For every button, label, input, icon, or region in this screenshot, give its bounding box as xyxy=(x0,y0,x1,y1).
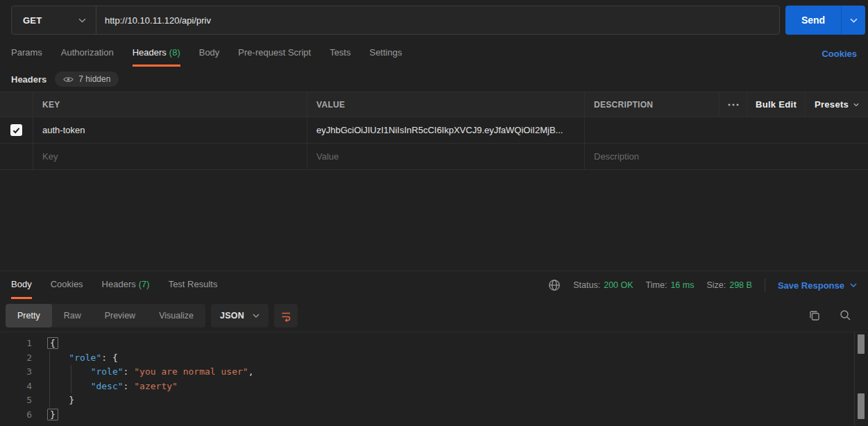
url-control: GET xyxy=(11,6,780,35)
indent-guide xyxy=(71,365,71,393)
code-line: 3 "role": "you are normal user", xyxy=(0,365,868,380)
checkmark-icon xyxy=(12,127,20,134)
line-number: 3 xyxy=(0,365,32,380)
view-mode-pretty[interactable]: Pretty xyxy=(6,304,52,327)
more-options-icon xyxy=(728,103,739,106)
view-mode-visualize[interactable]: Visualize xyxy=(147,304,205,327)
tab-settings[interactable]: Settings xyxy=(369,40,402,67)
tab-headers[interactable]: Headers (8) xyxy=(133,40,180,67)
line-number: 2 xyxy=(0,351,32,366)
size-indicator: Size: 298 B xyxy=(706,280,751,290)
new-value-input[interactable]: Value xyxy=(307,144,585,169)
search-response-button[interactable] xyxy=(840,309,851,321)
format-dropdown[interactable]: JSON xyxy=(211,304,269,327)
chevron-down-icon xyxy=(850,18,858,23)
code-line: 1 { xyxy=(0,336,868,351)
response-meta: Status: 200 OK Time: 16 ms Size: 298 B S… xyxy=(548,271,857,299)
headers-section-title: Headers xyxy=(11,74,46,85)
new-description-input[interactable]: Description xyxy=(585,144,868,169)
line-number: 5 xyxy=(0,393,32,408)
row-checkbox-cell xyxy=(0,117,33,143)
indent-guide xyxy=(49,351,50,408)
fold-marker[interactable]: { xyxy=(47,337,58,349)
status-indicator: Status: 200 OK xyxy=(573,280,633,290)
tab-pre-request-script[interactable]: Pre-request Script xyxy=(238,40,311,67)
headers-label-row: Headers 7 hidden xyxy=(0,67,868,92)
code-line: 6 } xyxy=(0,408,868,423)
column-description: DESCRIPTION xyxy=(585,92,720,117)
response-tab-body[interactable]: Body xyxy=(11,271,32,299)
row-checkbox-cell xyxy=(0,144,33,169)
code-line: 5 } xyxy=(0,393,868,408)
tab-params[interactable]: Params xyxy=(11,40,42,67)
status-badge: 200 OK xyxy=(604,280,633,290)
view-mode-segmented-control: Pretty Raw Preview Visualize xyxy=(6,304,205,327)
response-section: Body Cookies Headers (7) Test Results St… xyxy=(0,271,868,426)
wrap-text-button[interactable] xyxy=(274,304,298,327)
request-bar: GET Send xyxy=(0,0,868,40)
chevron-down-icon xyxy=(253,314,259,318)
fold-marker[interactable]: } xyxy=(47,409,58,420)
chevron-down-icon xyxy=(78,18,86,23)
response-view-bar: Pretty Raw Preview Visualize JSON xyxy=(0,299,868,332)
send-button-label[interactable]: Send xyxy=(785,6,841,35)
response-tabs: Body Cookies Headers (7) Test Results St… xyxy=(0,271,868,299)
search-icon xyxy=(840,309,851,321)
save-response-dropdown[interactable]: Save Response xyxy=(778,280,857,291)
time-indicator: Time: 16 ms xyxy=(646,280,695,290)
copy-response-button[interactable] xyxy=(808,309,821,322)
code-line: 4 "desc": "azerty" xyxy=(0,380,868,394)
line-number: 6 xyxy=(0,408,32,423)
empty-area xyxy=(0,170,868,271)
request-tabs: Params Authorization Headers (8) Body Pr… xyxy=(0,40,868,67)
more-actions-button[interactable] xyxy=(720,92,747,117)
line-number: 4 xyxy=(0,380,32,394)
view-bar-actions xyxy=(808,309,857,322)
send-button[interactable]: Send xyxy=(785,6,865,35)
method-dropdown[interactable]: GET xyxy=(12,6,96,34)
tab-body[interactable]: Body xyxy=(199,40,220,67)
bulk-edit-button[interactable]: Bulk Edit xyxy=(747,92,806,117)
response-tab-headers[interactable]: Headers (7) xyxy=(102,271,150,299)
view-mode-preview[interactable]: Preview xyxy=(93,304,147,327)
url-input[interactable] xyxy=(96,6,779,34)
eye-icon xyxy=(63,76,74,83)
response-body-code[interactable]: 1 { 2 "role": { 3 "role": "you are norma… xyxy=(0,332,868,426)
table-row: auth-token eyJhbGciOiJIUzI1NiIsInR5cCI6I… xyxy=(0,117,868,144)
scrollbar-thumb[interactable] xyxy=(858,393,865,419)
vertical-scrollbar[interactable] xyxy=(854,332,868,426)
presets-dropdown[interactable]: Presets xyxy=(806,92,868,117)
code-line: 2 "role": { xyxy=(0,351,868,366)
cookies-link[interactable]: Cookies xyxy=(822,40,857,67)
column-key: KEY xyxy=(33,92,307,117)
row-checkbox[interactable] xyxy=(10,124,22,136)
header-key-cell[interactable]: auth-token xyxy=(33,117,307,143)
select-all-column xyxy=(0,92,33,117)
response-tab-test-results[interactable]: Test Results xyxy=(169,271,218,299)
tab-authorization[interactable]: Authorization xyxy=(61,40,114,67)
response-tab-cookies[interactable]: Cookies xyxy=(51,271,83,299)
chevron-down-icon xyxy=(853,103,859,107)
method-label: GET xyxy=(23,15,42,26)
hidden-headers-toggle[interactable]: 7 hidden xyxy=(55,71,119,87)
line-number: 1 xyxy=(0,336,32,351)
hidden-headers-label: 7 hidden xyxy=(78,74,110,84)
text-wrap-icon xyxy=(280,309,292,322)
send-options-caret[interactable] xyxy=(841,6,865,35)
headers-table-header: KEY VALUE DESCRIPTION Bulk Edit Presets xyxy=(0,92,868,117)
headers-table: KEY VALUE DESCRIPTION Bulk Edit Presets … xyxy=(0,92,868,170)
copy-icon xyxy=(808,309,821,322)
header-description-cell[interactable] xyxy=(585,117,868,143)
view-mode-raw[interactable]: Raw xyxy=(52,304,93,327)
globe-icon xyxy=(548,279,561,291)
new-key-input[interactable]: Key xyxy=(33,144,307,169)
column-value: VALUE xyxy=(307,92,585,117)
divider xyxy=(765,278,765,292)
postman-request-view: GET Send Params Authorization Headers (8… xyxy=(0,0,868,426)
scrollbar-thumb[interactable] xyxy=(858,334,865,354)
table-row-empty: Key Value Description xyxy=(0,144,868,169)
headers-count-badge: (8) xyxy=(169,47,180,58)
header-value-cell[interactable]: eyJhbGciOiJIUzI1NiIsInR5cCI6IkpXVCJ9.eyJ… xyxy=(307,117,585,143)
response-headers-count: (7) xyxy=(139,279,150,289)
tab-tests[interactable]: Tests xyxy=(330,40,350,67)
